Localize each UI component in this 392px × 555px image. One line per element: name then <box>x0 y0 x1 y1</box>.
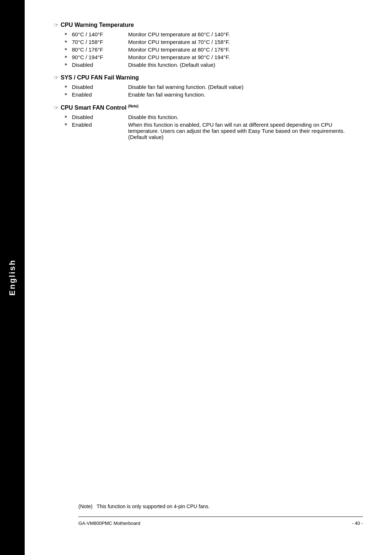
section-cpu-smart-fan: ☞ CPU Smart FAN Control (Note) » Disable… <box>54 104 363 140</box>
item-key: 80°C / 176°F <box>72 46 128 53</box>
footer-note-text: (Note) This function is only supported o… <box>78 503 363 509</box>
list-item: » 90°C / 194°F Monitor CPU temperature a… <box>54 54 363 60</box>
footer-note: (Note) This function is only supported o… <box>78 503 363 526</box>
footer-bottom: GA-VM800PMC Motherboard - 40 - <box>78 521 363 526</box>
list-item: » Disabled Disable this function. <box>54 114 363 120</box>
bullet-icon: » <box>65 39 70 44</box>
footer-page: - 40 - <box>352 521 363 526</box>
list-item: » Disabled Disable this function. (Defau… <box>54 62 363 68</box>
section-icon-sys-fan: ☞ <box>54 74 58 81</box>
note-label: (Note) <box>78 503 93 509</box>
list-item: » 70°C / 158°F Monitor CPU temperature a… <box>54 39 363 45</box>
list-item: » 80°C / 176°F Monitor CPU temperature a… <box>54 46 363 53</box>
section-cpu-warning-temp: ☞ CPU Warning Temperature » 60°C / 140°F… <box>54 22 363 68</box>
item-value: Monitor CPU temperature at 90°C / 194°F. <box>128 54 363 60</box>
item-value: Disable fan fail warning function. (Defa… <box>128 84 363 90</box>
bullet-icon: » <box>65 31 70 36</box>
main-content: ☞ CPU Warning Temperature » 60°C / 140°F… <box>25 0 392 555</box>
item-value: Disable this function. <box>128 114 363 120</box>
list-item: » 60°C / 140°F Monitor CPU temperature a… <box>54 31 363 37</box>
bullet-icon: » <box>65 122 70 127</box>
item-value: Monitor CPU temperature at 70°C / 158°F. <box>128 39 363 45</box>
item-value: Monitor CPU temperature at 80°C / 176°F. <box>128 46 363 53</box>
section-title-cpu-warning: CPU Warning Temperature <box>61 22 134 28</box>
footer-divider <box>78 517 363 517</box>
bullet-icon: » <box>65 91 70 97</box>
item-value: When this function is enabled, CPU fan w… <box>128 122 363 140</box>
section-sys-cpu-fan: ☞ SYS / CPU FAN Fail Warning » Disabled … <box>54 74 363 98</box>
footer-model: GA-VM800PMC Motherboard <box>78 521 140 526</box>
list-item: » Disabled Disable fan fail warning func… <box>54 84 363 90</box>
section-icon-cpu-warning: ☞ <box>54 22 58 28</box>
item-key: 90°C / 194°F <box>72 54 128 60</box>
bullet-icon: » <box>65 62 70 67</box>
section-header-smart-fan: ☞ CPU Smart FAN Control (Note) <box>54 104 363 111</box>
bullet-icon: » <box>65 114 70 119</box>
bullet-icon: » <box>65 84 70 89</box>
section-title-smart-fan: CPU Smart FAN Control (Note) <box>61 104 139 111</box>
item-key: Disabled <box>72 114 128 120</box>
section-icon-smart-fan: ☞ <box>54 105 58 111</box>
list-item: » Enabled When this function is enabled,… <box>54 122 363 140</box>
note-content: This function is only supported on 4-pin… <box>97 503 209 509</box>
item-value: Enable fan fail warning function. <box>128 91 363 98</box>
bullet-icon: » <box>65 54 70 59</box>
item-key: 70°C / 158°F <box>72 39 128 45</box>
sidebar-label: English <box>8 259 17 295</box>
item-value: Monitor CPU temperature at 60°C / 140°F. <box>128 31 363 37</box>
item-key: Disabled <box>72 62 128 68</box>
section-header-cpu-warning: ☞ CPU Warning Temperature <box>54 22 363 28</box>
item-key: Enabled <box>72 122 128 128</box>
bullet-icon: » <box>65 46 70 52</box>
item-key: 60°C / 140°F <box>72 31 128 37</box>
sidebar: English <box>0 0 25 555</box>
item-value: Disable this function. (Default value) <box>128 62 363 68</box>
list-item: » Enabled Enable fan fail warning functi… <box>54 91 363 98</box>
item-key: Enabled <box>72 91 128 98</box>
section-header-sys-fan: ☞ SYS / CPU FAN Fail Warning <box>54 74 363 81</box>
note-superscript: (Note) <box>128 104 139 108</box>
section-title-sys-fan: SYS / CPU FAN Fail Warning <box>61 74 139 81</box>
item-key: Disabled <box>72 84 128 90</box>
